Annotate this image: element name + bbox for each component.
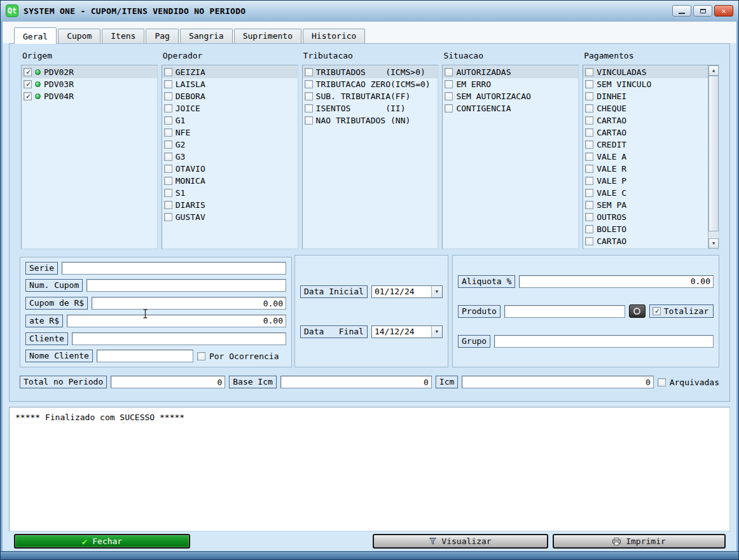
produto-input[interactable] [504, 305, 625, 318]
visualizar-button[interactable]: Visualizar [373, 534, 548, 549]
scrollbar[interactable]: ▲▼ [708, 65, 719, 249]
checkbox[interactable] [445, 80, 453, 88]
total-no-periodo-input[interactable] [111, 376, 225, 388]
aliquota-input[interactable] [519, 275, 714, 288]
list-item-pagamentos[interactable]: VINCULADAS [583, 66, 708, 78]
list-item-pagamentos[interactable]: CREDIT [583, 139, 708, 151]
checkbox[interactable] [585, 140, 593, 149]
filter-list-origem[interactable]: PDV02RPDV03RPDV04R [21, 65, 158, 249]
list-item-tributacao[interactable]: SUB. TRIBUTARIA(FF) [303, 90, 438, 102]
tab-pag[interactable]: Pag [146, 29, 178, 43]
list-item-pagamentos[interactable]: OUTROS [583, 211, 708, 223]
list-item-pagamentos[interactable]: SEM VINCULO [583, 78, 708, 90]
por-ocorrencia-checkbox[interactable] [197, 352, 205, 360]
checkbox[interactable] [585, 80, 593, 88]
checkbox[interactable] [305, 116, 313, 125]
checkbox[interactable] [585, 116, 593, 125]
tab-historico[interactable]: Historico [303, 29, 365, 43]
data-final-combobox[interactable]: 14/12/24 ▼ [371, 325, 443, 338]
checkbox[interactable] [585, 153, 593, 161]
ate-rs-input[interactable] [67, 315, 286, 327]
maximize-button[interactable] [693, 5, 712, 17]
list-item-situacao[interactable]: SEM AUTORIZACAO [443, 90, 578, 102]
checkbox[interactable] [585, 213, 593, 221]
log-output[interactable]: ***** Finalizado com SUCESSO ***** [9, 407, 730, 531]
checkbox[interactable] [305, 80, 313, 88]
serie-input[interactable] [62, 262, 286, 275]
filter-list-tributacao[interactable]: TRIBUTADOS (ICMS>0)TRIBUTACAO ZERO(ICMS=… [302, 65, 439, 249]
checkbox[interactable] [585, 201, 593, 209]
tab-geral[interactable]: Geral [14, 27, 57, 44]
checkbox[interactable] [445, 92, 453, 100]
checkbox[interactable] [445, 68, 453, 76]
list-item-pagamentos[interactable]: BOLETO [583, 223, 708, 235]
filter-list-situacao[interactable]: AUTORIZADASEM ERROSEM AUTORIZACAOCONTIGE… [442, 65, 579, 249]
list-item-operador[interactable]: DIARIS [162, 199, 298, 211]
checkbox[interactable] [164, 80, 172, 88]
tab-suprimento[interactable]: Suprimento [234, 29, 301, 43]
list-item-operador[interactable]: LAISLA [162, 78, 298, 90]
scroll-up-button[interactable]: ▲ [708, 65, 719, 76]
arquivadas-checkbox[interactable] [658, 378, 666, 386]
tab-itens[interactable]: Itens [102, 29, 144, 43]
list-item-operador[interactable]: DEBORA [162, 90, 298, 102]
list-item-pagamentos[interactable]: CARTAO [583, 126, 708, 139]
checkbox[interactable] [24, 80, 32, 88]
checkbox[interactable] [164, 153, 172, 161]
scroll-down-button[interactable]: ▼ [708, 238, 719, 249]
list-item-origem[interactable]: PDV04R [22, 90, 157, 102]
list-item-pagamentos[interactable]: CARTAO [583, 114, 708, 126]
checkbox[interactable] [164, 128, 172, 137]
list-item-situacao[interactable]: CONTIGENCIA [443, 102, 578, 114]
list-item-tributacao[interactable]: TRIBUTADOS (ICMS>0) [303, 66, 438, 78]
checkbox[interactable] [585, 225, 593, 233]
base-icm-input[interactable] [280, 376, 432, 388]
checkbox[interactable] [585, 104, 593, 113]
list-item-operador[interactable]: OTAVIO [162, 163, 298, 175]
minimize-button[interactable] [672, 5, 691, 17]
checkbox[interactable] [585, 68, 593, 76]
num-cupom-input[interactable] [86, 279, 286, 292]
list-item-situacao[interactable]: EM ERRO [443, 78, 578, 90]
list-item-operador[interactable]: GUSTAV [162, 211, 298, 223]
totalizar-checkbox[interactable] [653, 307, 661, 315]
checkbox[interactable] [305, 104, 313, 113]
filter-list-pagamentos[interactable]: VINCULADASSEM VINCULODINHEICHEQUECARTAOC… [583, 65, 719, 249]
checkbox[interactable] [164, 140, 172, 149]
list-item-pagamentos[interactable]: VALE A [583, 151, 708, 163]
checkbox[interactable] [585, 165, 593, 173]
checkbox[interactable] [164, 116, 172, 125]
list-item-pagamentos[interactable]: CHEQUE [583, 102, 708, 114]
tab-cupom[interactable]: Cupom [58, 29, 100, 43]
fechar-button[interactable]: ✔ Fechar [14, 534, 190, 549]
checkbox[interactable] [164, 68, 172, 76]
checkbox[interactable] [164, 165, 172, 173]
list-item-operador[interactable]: JOICE [162, 102, 298, 114]
list-item-operador[interactable]: GEIZIA [162, 66, 298, 78]
titlebar[interactable]: Qt SYSTEM ONE - CUPOM/ITENS VENDIDO NO P… [1, 1, 738, 22]
checkbox[interactable] [164, 201, 172, 209]
filter-list-operador[interactable]: GEIZIALAISLADEBORAJOICEG1NFEG2G3OTAVIOMO… [162, 65, 298, 249]
checkbox[interactable] [305, 68, 313, 76]
list-item-origem[interactable]: PDV03R [22, 78, 157, 90]
nome-cliente-input[interactable] [97, 350, 193, 362]
checkbox[interactable] [305, 92, 313, 100]
list-item-operador[interactable]: G3 [162, 151, 298, 163]
list-item-pagamentos[interactable]: VALE R [583, 163, 708, 175]
list-item-tributacao[interactable]: TRIBUTACAO ZERO(ICMS=0) [303, 78, 438, 90]
list-item-operador[interactable]: NFE [162, 126, 298, 139]
checkbox[interactable] [164, 189, 172, 197]
checkbox[interactable] [585, 189, 593, 197]
checkbox[interactable] [164, 213, 172, 221]
list-item-pagamentos[interactable]: CARTAO [583, 235, 708, 247]
imprimir-button[interactable]: Imprimir [553, 534, 726, 549]
checkbox[interactable] [24, 68, 32, 76]
cupom-de-rs-input[interactable] [92, 297, 286, 310]
list-item-operador[interactable]: G2 [162, 139, 298, 151]
checkbox[interactable] [585, 92, 593, 100]
close-button[interactable]: ✕ [714, 5, 733, 17]
scrollbar-thumb[interactable] [708, 76, 719, 231]
checkbox[interactable] [164, 92, 172, 100]
data-inicial-combobox[interactable]: 01/12/24 ▼ [371, 285, 443, 298]
checkbox[interactable] [585, 177, 593, 185]
